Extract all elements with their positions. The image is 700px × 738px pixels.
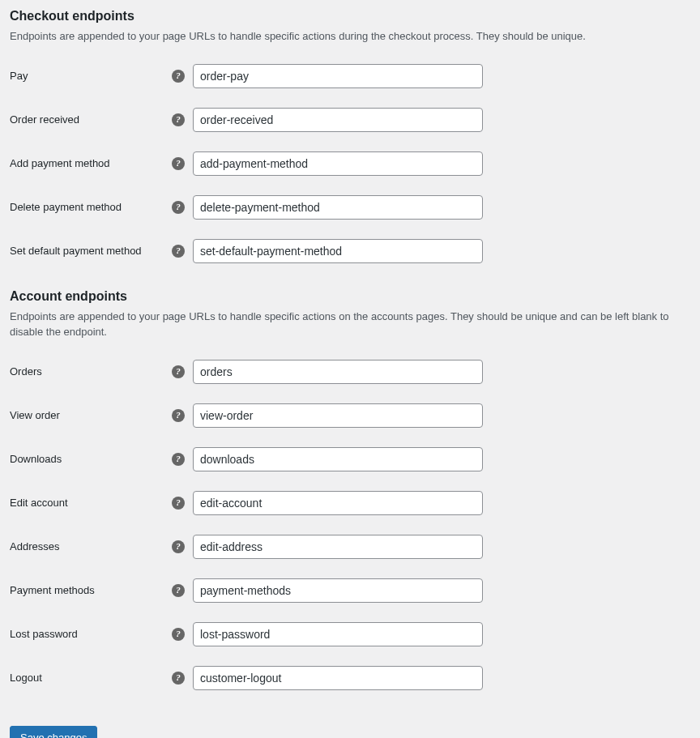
help-icon[interactable]: ? [172, 497, 185, 510]
help-icon[interactable]: ? [172, 113, 185, 126]
row-view-order: View order ? [10, 402, 690, 428]
row-logout: Logout ? [10, 664, 690, 690]
help-icon[interactable]: ? [172, 157, 185, 170]
label-order-received: Order received [10, 113, 172, 126]
help-icon[interactable]: ? [172, 672, 185, 685]
label-view-order: View order [10, 409, 172, 421]
help-icon[interactable]: ? [172, 70, 185, 83]
input-orders[interactable] [193, 360, 483, 384]
input-lost-password[interactable] [193, 622, 483, 646]
row-downloads: Downloads ? [10, 446, 690, 471]
input-payment-methods[interactable] [193, 578, 483, 603]
input-order-received[interactable] [193, 108, 483, 132]
row-edit-account: Edit account ? [10, 489, 690, 515]
label-lost-password: Lost password [10, 628, 172, 640]
help-icon[interactable]: ? [172, 453, 185, 466]
label-logout: Logout [10, 672, 172, 684]
row-payment-methods: Payment methods ? [10, 577, 690, 603]
input-addresses[interactable] [193, 535, 483, 559]
row-lost-password: Lost password ? [10, 621, 690, 646]
label-addresses: Addresses [10, 540, 172, 552]
help-icon[interactable]: ? [172, 409, 185, 422]
label-set-default-payment-method: Set default payment method [10, 245, 172, 257]
row-orders: Orders ? [10, 358, 690, 384]
row-pay: Pay ? [10, 62, 690, 88]
checkout-endpoints-description: Endpoints are appended to your page URLs… [10, 28, 690, 45]
row-delete-payment-method: Delete payment method ? [10, 194, 690, 220]
checkout-endpoints-heading: Checkout endpoints [10, 9, 690, 23]
input-add-payment-method[interactable] [193, 151, 483, 176]
label-edit-account: Edit account [10, 497, 172, 509]
input-view-order[interactable] [193, 403, 483, 428]
help-icon[interactable]: ? [172, 365, 185, 378]
save-changes-button[interactable]: Save changes [10, 726, 97, 739]
help-icon[interactable]: ? [172, 628, 185, 641]
help-icon[interactable]: ? [172, 584, 185, 597]
input-delete-payment-method[interactable] [193, 195, 483, 220]
input-downloads[interactable] [193, 447, 483, 471]
account-endpoints-heading: Account endpoints [10, 289, 690, 304]
input-edit-account[interactable] [193, 491, 483, 515]
label-delete-payment-method: Delete payment method [10, 201, 172, 213]
row-add-payment-method: Add payment method ? [10, 150, 690, 176]
help-icon[interactable]: ? [172, 245, 185, 258]
account-endpoints-description: Endpoints are appended to your page URLs… [10, 309, 690, 340]
input-set-default-payment-method[interactable] [193, 239, 483, 263]
help-icon[interactable]: ? [172, 201, 185, 214]
label-downloads: Downloads [10, 453, 172, 465]
row-order-received: Order received ? [10, 106, 690, 132]
label-orders: Orders [10, 365, 172, 378]
row-addresses: Addresses ? [10, 533, 690, 559]
input-logout[interactable] [193, 666, 483, 690]
label-pay: Pay [10, 70, 172, 82]
label-add-payment-method: Add payment method [10, 157, 172, 169]
help-icon[interactable]: ? [172, 540, 185, 553]
row-set-default-payment-method: Set default payment method ? [10, 237, 690, 263]
input-pay[interactable] [193, 64, 483, 88]
label-payment-methods: Payment methods [10, 584, 172, 596]
